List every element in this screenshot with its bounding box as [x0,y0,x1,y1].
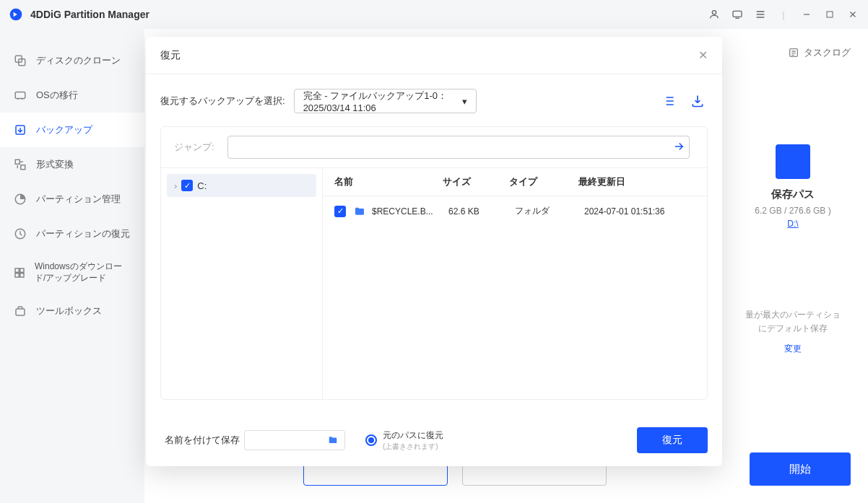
list-view-icon[interactable] [659,91,679,111]
file-browser: ジャンプ: › ✓ C: [160,126,708,400]
backup-select[interactable]: 完全 - ファイルバックアップ1-0：2025/03/14 11:06 ▾ [294,89,477,113]
tree-drive-label: C: [197,180,207,191]
table-row[interactable]: ✓ $RECYCLE.B... 62.6 KB フォルダ 2024-07-01 … [323,196,707,226]
restore-original-option[interactable]: 元のパスに復元 (上書きされます) [365,429,443,452]
cell-date: 2024-07-01 01:51:36 [584,206,695,216]
restore-button[interactable]: 復元 [637,427,708,453]
tree-checkbox[interactable]: ✓ [181,180,193,191]
tree-item-c[interactable]: › ✓ C: [167,174,316,197]
header-size: サイズ [443,175,509,188]
cell-name: $RECYCLE.B... [372,206,448,216]
header-name: 名前 [334,175,443,188]
header-date: 最終更新日 [578,175,695,188]
jump-input[interactable] [227,136,690,159]
jump-label: ジャンプ: [174,141,214,154]
overwrite-note: (上書きされます) [383,442,443,452]
cell-size: 62.6 KB [448,206,515,216]
header-type: タイプ [509,175,578,188]
modal-overlay: 復元 ✕ 復元するバックアップを選択: 完全 - ファイルバックアップ1-0：2… [0,0,868,503]
modal-close-icon[interactable]: ✕ [698,48,708,62]
modal-title: 復元 [160,49,181,62]
cell-type: フォルダ [515,205,584,217]
download-icon[interactable] [687,91,708,111]
folder-icon [327,435,339,445]
backup-select-value: 完全 - ファイルバックアップ1-0：2025/03/14 11:06 [303,89,463,113]
save-as-option[interactable]: 名前を付けて保存 [160,430,345,450]
row-checkbox[interactable]: ✓ [334,206,346,217]
drive-tree: › ✓ C: [161,168,323,399]
save-as-field[interactable] [244,430,345,450]
select-backup-label: 復元するバックアップを選択: [160,95,285,108]
restore-original-label: 元のパスに復元 [383,429,443,442]
chevron-right-icon: › [174,180,177,191]
jump-go-icon[interactable] [672,140,694,155]
radio-restore-original[interactable] [365,434,377,446]
file-table: 名前 サイズ タイプ 最終更新日 ✓ $RECYCLE.B... 62.6 KB [323,168,707,399]
folder-icon [353,206,366,217]
chevron-down-icon: ▾ [462,96,467,107]
table-header: 名前 サイズ タイプ 最終更新日 [323,168,707,196]
save-as-label: 名前を付けて保存 [165,434,240,447]
restore-modal: 復元 ✕ 復元するバックアップを選択: 完全 - ファイルバックアップ1-0：2… [146,37,722,466]
